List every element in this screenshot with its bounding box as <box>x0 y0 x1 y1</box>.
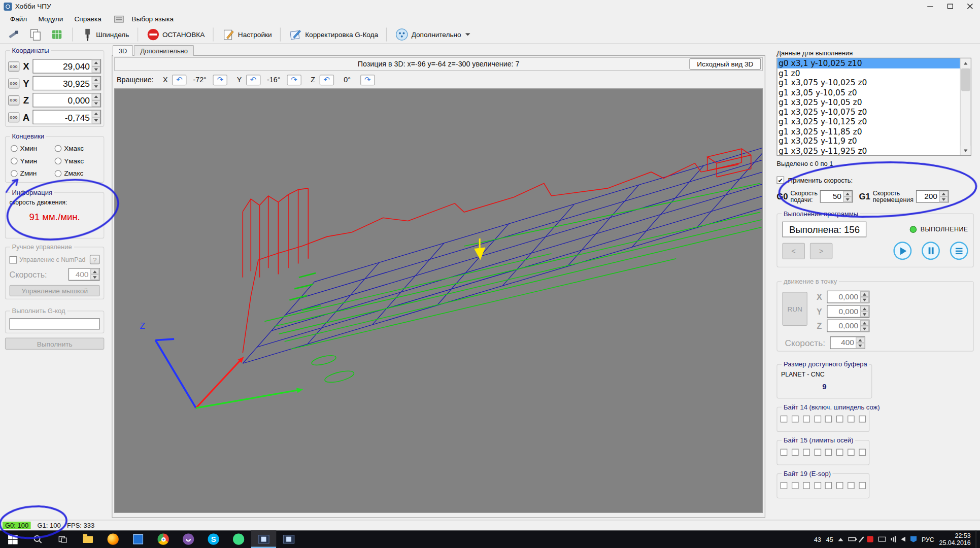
numpad-checkbox[interactable] <box>10 256 17 263</box>
spin-up-button[interactable] <box>939 191 948 196</box>
scrollbar[interactable] <box>960 58 971 155</box>
copy-button[interactable] <box>26 26 45 42</box>
green-app-button[interactable] <box>226 530 251 548</box>
pause-button[interactable] <box>922 242 940 260</box>
movie-app-button[interactable] <box>276 530 301 548</box>
byte14-bit-checkbox[interactable] <box>836 416 843 423</box>
byte19-bit-checkbox[interactable] <box>814 482 821 489</box>
spin-down-button[interactable] <box>860 326 869 331</box>
network-icon[interactable] <box>891 536 896 542</box>
a-coordinate-input[interactable]: -0,745 <box>32 110 101 124</box>
gcode-line[interactable]: g1 x3,025 y-11,85 z0 <box>778 126 960 136</box>
gcode-line[interactable]: g1 x3,075 y-10,025 z0 <box>778 78 960 87</box>
point-z-input[interactable]: 0,000 <box>827 320 869 332</box>
grid-button[interactable] <box>48 26 66 42</box>
language-indicator[interactable]: РУС <box>922 536 934 543</box>
play-button[interactable] <box>893 242 911 260</box>
rotate-z-ccw-button[interactable]: ↶ <box>320 75 334 85</box>
pen-tray-icon[interactable] <box>861 536 862 543</box>
radio-zmax[interactable] <box>55 170 62 177</box>
additional-button[interactable]: Дополнительно <box>393 26 474 42</box>
next-line-button[interactable]: > <box>810 243 833 259</box>
stop-button-toolbar[interactable]: ОСТАНОВКА <box>144 26 207 42</box>
spin-down-button[interactable] <box>92 66 100 73</box>
byte19-bit-checkbox[interactable] <box>781 482 788 489</box>
defender-flag-icon[interactable] <box>910 536 917 542</box>
byte19-bit-checkbox[interactable] <box>859 482 866 489</box>
byte14-bit-checkbox[interactable] <box>859 416 866 423</box>
start-button[interactable] <box>0 530 25 548</box>
spin-down-button[interactable] <box>939 196 948 202</box>
execute-button[interactable]: Выполнить <box>5 338 104 350</box>
byte15-bit-checkbox[interactable] <box>792 449 799 456</box>
spin-down-button[interactable] <box>92 100 100 107</box>
spin-down-button[interactable] <box>860 312 869 317</box>
menu-help[interactable]: Справка <box>70 14 107 24</box>
tab-3d[interactable]: 3D <box>112 45 133 56</box>
point-x-input[interactable]: 0,000 <box>827 291 869 303</box>
byte19-bit-checkbox[interactable] <box>803 482 810 489</box>
x-coordinate-input[interactable]: 29,040 <box>32 59 101 73</box>
byte14-bit-checkbox[interactable] <box>803 416 810 423</box>
rotate-x-cw-button[interactable]: ↷ <box>213 75 227 85</box>
point-speed-input[interactable]: 400 <box>830 336 865 349</box>
manual-speed-input[interactable]: 400 <box>69 268 100 281</box>
spin-up-button[interactable] <box>843 191 852 196</box>
tool-button[interactable] <box>4 26 22 42</box>
gcode-line[interactable]: g0 x3,1 y-10,025 z10 <box>778 58 960 68</box>
gcode-line[interactable]: g1 x3,025 y-10,125 z0 <box>778 117 960 126</box>
gcode-line[interactable]: g1 x3,025 y-11,9 z0 <box>778 136 960 146</box>
spin-up-button[interactable] <box>90 268 99 274</box>
point-y-input[interactable]: 0,000 <box>827 305 869 318</box>
file-explorer-button[interactable] <box>75 530 100 548</box>
y-coordinate-input[interactable]: 30,925 <box>32 76 101 90</box>
z-coordinate-input[interactable]: 0,000 <box>32 93 101 107</box>
spin-down-button[interactable] <box>856 342 865 348</box>
gcode-line[interactable]: g1 z0 <box>778 68 960 78</box>
apply-speed-checkbox[interactable] <box>776 177 784 184</box>
byte14-bit-checkbox[interactable] <box>781 416 788 423</box>
spindle-button[interactable]: Шпиндель <box>79 26 132 42</box>
gcode-line[interactable]: g1 x3,05 y-10,05 z0 <box>778 88 960 97</box>
spin-up-button[interactable] <box>860 291 869 297</box>
stop-button[interactable] <box>950 242 968 260</box>
radio-xmin[interactable] <box>11 145 18 152</box>
minimize-button[interactable] <box>920 0 940 13</box>
byte15-bit-checkbox[interactable] <box>836 449 843 456</box>
byte19-bit-checkbox[interactable] <box>848 482 855 489</box>
maximize-button[interactable] <box>940 0 960 13</box>
viber-button[interactable] <box>176 530 200 548</box>
zero-a-button[interactable]: 000 <box>8 112 19 122</box>
show-desktop-button[interactable] <box>975 530 978 548</box>
rotate-z-cw-button[interactable]: ↷ <box>360 75 375 85</box>
radio-ymin[interactable] <box>11 157 18 164</box>
gcode-line[interactable]: g1 x3,025 y-11,925 z0 <box>778 146 960 156</box>
menu-language[interactable]: Выбор языка <box>126 14 179 24</box>
radio-ymax[interactable] <box>55 157 62 164</box>
firefox-button[interactable] <box>100 530 125 548</box>
radio-xmax[interactable] <box>55 145 62 152</box>
byte15-bit-checkbox[interactable] <box>859 449 866 456</box>
scroll-down-button[interactable] <box>961 146 971 155</box>
byte14-bit-checkbox[interactable] <box>792 416 799 423</box>
gcode-line[interactable]: g1 x3,025 y-10,075 z0 <box>778 107 960 117</box>
scroll-up-button[interactable] <box>961 58 971 68</box>
byte14-bit-checkbox[interactable] <box>848 416 855 423</box>
byte14-bit-checkbox[interactable] <box>825 416 832 423</box>
spin-down-button[interactable] <box>92 117 100 124</box>
byte15-bit-checkbox[interactable] <box>848 449 855 456</box>
g1-speed-input[interactable]: 200 <box>916 190 949 203</box>
close-button[interactable] <box>960 0 980 13</box>
skype-button[interactable]: S <box>201 530 226 548</box>
gcode-input[interactable] <box>10 318 100 329</box>
tray-expand-button[interactable] <box>838 538 843 541</box>
zero-y-button[interactable]: 000 <box>8 78 19 88</box>
byte15-bit-checkbox[interactable] <box>781 449 788 456</box>
task-view-button[interactable] <box>50 530 75 548</box>
spin-up-button[interactable] <box>856 337 865 342</box>
gcode-correction-button[interactable]: Корректировка G-Кода <box>286 26 381 42</box>
settings-button[interactable]: Настройки <box>219 26 275 42</box>
byte15-bit-checkbox[interactable] <box>814 449 821 456</box>
chrome-button[interactable] <box>151 530 176 548</box>
spin-up-button[interactable] <box>92 60 100 66</box>
